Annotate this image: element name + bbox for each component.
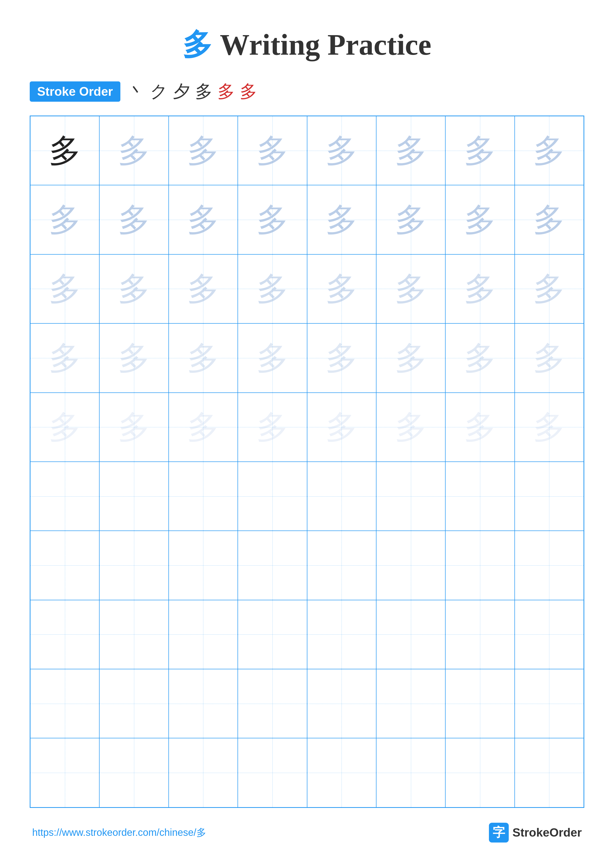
grid-cell-r9-c2	[169, 738, 238, 807]
grid-cell-r8-c5	[376, 669, 445, 738]
grid-cell-r1-c2: 多	[169, 185, 238, 254]
grid-cell-r0-c0: 多	[30, 116, 99, 185]
grid-cell-r6-c6	[445, 531, 515, 600]
grid-cell-r7-c1	[99, 600, 168, 669]
grid-char-r4-c3: 多	[256, 411, 289, 443]
grid-cell-r7-c0	[30, 600, 99, 669]
grid-cell-r3-c4: 多	[307, 323, 376, 392]
stroke-step-4: 多	[195, 80, 213, 103]
grid-char-r1-c4: 多	[325, 204, 358, 236]
grid-char-r1-c7: 多	[533, 204, 565, 236]
grid-cell-r2-c0: 多	[30, 254, 99, 323]
grid-cell-r6-c2	[169, 531, 238, 600]
stroke-order-badge: Stroke Order	[30, 81, 120, 102]
grid-char-r0-c4: 多	[325, 135, 358, 167]
grid-cell-r4-c4: 多	[307, 393, 376, 462]
footer-logo: 字 StrokeOrder	[489, 823, 582, 843]
grid-cell-r4-c3: 多	[238, 393, 307, 462]
grid-cell-r4-c2: 多	[169, 393, 238, 462]
grid-char-r2-c4: 多	[325, 273, 358, 305]
footer-logo-text: StrokeOrder	[513, 826, 582, 839]
grid-char-r3-c7: 多	[533, 342, 565, 374]
grid-cell-r0-c6: 多	[445, 116, 515, 185]
grid-cell-r6-c7	[515, 531, 584, 600]
grid-char-r2-c1: 多	[118, 273, 150, 305]
grid-cell-r9-c1	[99, 738, 168, 807]
grid-cell-r7-c7	[515, 600, 584, 669]
grid-cell-r7-c2	[169, 600, 238, 669]
grid-cell-r3-c5: 多	[376, 323, 445, 392]
grid-cell-r8-c2	[169, 669, 238, 738]
grid-cell-r0-c3: 多	[238, 116, 307, 185]
grid-char-r3-c0: 多	[49, 342, 81, 374]
grid-char-r4-c2: 多	[187, 411, 219, 443]
grid-cell-r7-c3	[238, 600, 307, 669]
grid-cell-r8-c7	[515, 669, 584, 738]
grid-char-r1-c5: 多	[395, 204, 427, 236]
grid-cell-r3-c1: 多	[99, 323, 168, 392]
grid-cell-r1-c4: 多	[307, 185, 376, 254]
stroke-steps: 丶 ク 夕 多 多 多	[128, 80, 257, 103]
grid-cell-r7-c6	[445, 600, 515, 669]
grid-char-r0-c7: 多	[533, 135, 565, 167]
grid-char-r2-c3: 多	[256, 273, 289, 305]
grid-char-r4-c5: 多	[395, 411, 427, 443]
stroke-step-6: 多	[240, 80, 257, 103]
grid-cell-r4-c5: 多	[376, 393, 445, 462]
footer: https://www.strokeorder.com/chinese/多 字 …	[30, 823, 584, 843]
grid-cell-r1-c3: 多	[238, 185, 307, 254]
grid-char-r3-c1: 多	[118, 342, 150, 374]
title-writing-practice: Writing Practice	[220, 28, 431, 61]
stroke-step-1: 丶	[128, 80, 145, 103]
grid-cell-r2-c6: 多	[445, 254, 515, 323]
grid-cell-r8-c0	[30, 669, 99, 738]
grid-char-r2-c5: 多	[395, 273, 427, 305]
grid-char-r3-c5: 多	[395, 342, 427, 374]
grid-cell-r5-c0	[30, 462, 99, 531]
grid-char-r2-c7: 多	[533, 273, 565, 305]
grid-cell-r3-c6: 多	[445, 323, 515, 392]
grid-char-r4-c6: 多	[464, 411, 496, 443]
grid-char-r2-c0: 多	[49, 273, 81, 305]
grid-cell-r9-c5	[376, 738, 445, 807]
grid-cell-r7-c5	[376, 600, 445, 669]
grid-cell-r0-c4: 多	[307, 116, 376, 185]
grid-cell-r5-c2	[169, 462, 238, 531]
page-title: 多 Writing Practice	[30, 25, 584, 65]
grid-cell-r4-c1: 多	[99, 393, 168, 462]
grid-char-r1-c2: 多	[187, 204, 219, 236]
grid-cell-r5-c5	[376, 462, 445, 531]
grid-cell-r1-c1: 多	[99, 185, 168, 254]
grid-cell-r1-c0: 多	[30, 185, 99, 254]
stroke-step-3: 夕	[173, 80, 190, 103]
practice-grid: 多多多多多多多多多多多多多多多多多多多多多多多多多多多多多多多多多多多多多多多多	[30, 116, 584, 808]
grid-char-r1-c1: 多	[118, 204, 150, 236]
grid-char-r4-c1: 多	[118, 411, 150, 443]
footer-url: https://www.strokeorder.com/chinese/多	[32, 826, 206, 839]
grid-cell-r6-c3	[238, 531, 307, 600]
stroke-order-row: Stroke Order 丶 ク 夕 多 多 多	[30, 80, 584, 103]
grid-cell-r9-c0	[30, 738, 99, 807]
grid-cell-r4-c7: 多	[515, 393, 584, 462]
grid-cell-r5-c3	[238, 462, 307, 531]
grid-cell-r9-c4	[307, 738, 376, 807]
grid-char-r1-c6: 多	[464, 204, 496, 236]
grid-cell-r2-c1: 多	[99, 254, 168, 323]
grid-cell-r6-c5	[376, 531, 445, 600]
grid-cell-r0-c5: 多	[376, 116, 445, 185]
grid-cell-r3-c0: 多	[30, 323, 99, 392]
grid-cell-r0-c7: 多	[515, 116, 584, 185]
grid-cell-r4-c6: 多	[445, 393, 515, 462]
grid-cell-r8-c6	[445, 669, 515, 738]
grid-cell-r2-c7: 多	[515, 254, 584, 323]
title-char: 多	[183, 28, 212, 61]
grid-cell-r6-c1	[99, 531, 168, 600]
grid-cell-r9-c7	[515, 738, 584, 807]
stroke-step-2: ク	[150, 80, 168, 103]
grid-char-r0-c6: 多	[464, 135, 496, 167]
grid-cell-r6-c0	[30, 531, 99, 600]
grid-cell-r5-c7	[515, 462, 584, 531]
grid-char-r3-c3: 多	[256, 342, 289, 374]
grid-char-r3-c2: 多	[187, 342, 219, 374]
grid-char-r1-c3: 多	[256, 204, 289, 236]
